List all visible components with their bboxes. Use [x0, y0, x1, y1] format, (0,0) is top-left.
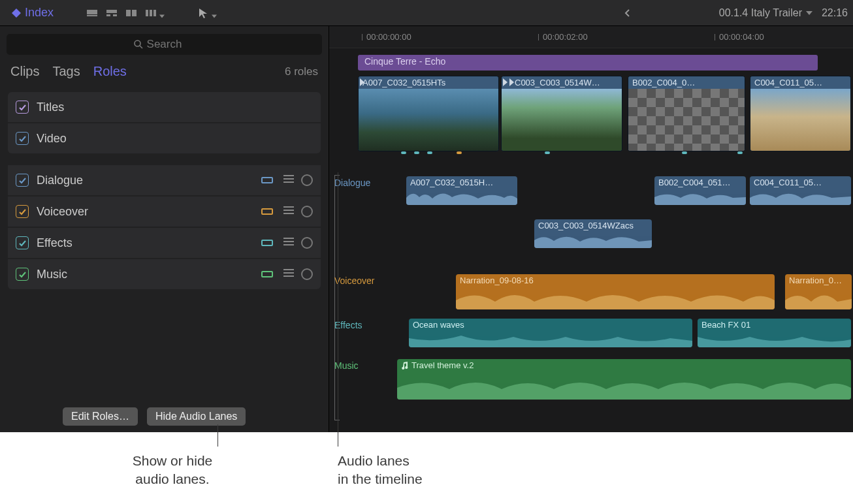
pointer-icon: [197, 7, 209, 19]
checkbox-icon[interactable]: [16, 174, 29, 187]
svg-rect-21: [283, 238, 294, 239]
svg-rect-9: [150, 10, 152, 16]
toolbar-tool-select[interactable]: [197, 7, 217, 19]
appearance-icon-3[interactable]: [125, 7, 137, 19]
lane-toggle-icon[interactable]: [258, 236, 276, 249]
toolbar-view-icons: [86, 7, 165, 19]
compound-clip-title[interactable]: Cinque Terre - Echo: [358, 55, 818, 71]
ruler-tick: 00:00:04:00: [715, 32, 764, 42]
tab-roles[interactable]: Roles: [93, 64, 127, 79]
appearance-icon-2[interactable]: [106, 7, 118, 19]
checkbox-icon[interactable]: [16, 268, 29, 281]
clip-label: Ocean waves: [413, 320, 464, 330]
svg-rect-3: [106, 10, 117, 13]
callouts: Show or hide audio lanes. Audio lanes in…: [0, 432, 853, 504]
svg-rect-10: [153, 10, 156, 16]
role-label: Voiceover: [37, 205, 88, 219]
focus-icon[interactable]: [301, 206, 313, 217]
role-titles[interactable]: Titles: [8, 92, 321, 122]
lane-label: Effects: [334, 320, 362, 330]
role-music[interactable]: Music: [8, 259, 321, 289]
subroles-icon[interactable]: [283, 267, 295, 282]
audio-clip[interactable]: C004_C011_05…: [750, 176, 851, 205]
hide-audio-lanes-button[interactable]: Hide Audio Lanes: [147, 407, 246, 426]
audio-clip[interactable]: C003_C003_0514WZacs: [534, 219, 652, 248]
svg-rect-5: [113, 14, 117, 16]
role-label: Video: [37, 132, 67, 146]
subroles-icon[interactable]: [283, 173, 295, 188]
chevron-down-icon: [212, 14, 217, 19]
clip-label: A007_C032_0515HTs: [362, 78, 445, 87]
lane-label: Dialogue: [334, 178, 370, 188]
diamond-icon: [12, 8, 21, 18]
svg-rect-25: [283, 272, 294, 274]
clip-label: C004_C011_05…: [754, 178, 822, 187]
audio-clip[interactable]: Ocean waves: [409, 319, 692, 347]
audio-clip[interactable]: A007_C032_0515H…: [406, 176, 517, 205]
clip-label: C004_C011_05…: [754, 78, 822, 87]
lane-toggle-icon[interactable]: [258, 174, 276, 187]
audio-clip[interactable]: Narration_0…: [785, 274, 852, 309]
index-tabs: Clips Tags Roles 6 roles: [0, 60, 329, 88]
checkbox-icon[interactable]: [16, 101, 29, 114]
svg-rect-7: [132, 10, 137, 16]
role-count: 6 roles: [285, 65, 318, 78]
role-dialogue[interactable]: Dialogue: [8, 165, 321, 195]
toolbar: Index 00.1.4 Italy Trailer 22:16: [0, 0, 853, 26]
lane-toggle-icon[interactable]: [258, 268, 276, 281]
search-input[interactable]: [7, 34, 322, 55]
svg-rect-8: [146, 10, 148, 16]
video-clip[interactable]: C003_C003_0514W…: [501, 76, 622, 151]
subroles-icon[interactable]: [283, 204, 295, 219]
index-button[interactable]: Index: [5, 3, 60, 22]
lane-voiceover: Voiceover Narration_09-08-16 Narration_0…: [329, 272, 853, 312]
callout-right: Audio lanes in the timeline: [338, 452, 423, 489]
subroles-icon[interactable]: [283, 236, 295, 251]
tab-clips[interactable]: Clips: [10, 64, 39, 79]
video-clip[interactable]: A007_C032_0515HTs: [358, 76, 499, 151]
chevron-down-icon: [806, 10, 813, 16]
role-video[interactable]: Video: [8, 123, 321, 153]
lane-label: Voiceover: [334, 276, 374, 286]
audio-clip[interactable]: Travel theme v.2: [397, 359, 851, 400]
svg-marker-11: [159, 14, 165, 18]
clip-label: Narration_09-08-16: [460, 276, 534, 285]
svg-rect-16: [283, 178, 294, 180]
role-effects[interactable]: Effects: [8, 228, 321, 258]
chevron-left-icon[interactable]: [624, 9, 632, 17]
clip-label: A007_C032_0515H…: [410, 178, 493, 187]
timeline[interactable]: 00:00:00:00 00:00:02:00 00:00:04:00 Cinq…: [329, 26, 853, 432]
project-title-dropdown[interactable]: 00.1.4 Italy Trailer: [719, 7, 813, 19]
focus-icon[interactable]: [301, 174, 313, 186]
role-voiceover[interactable]: Voiceover: [8, 197, 321, 227]
edit-roles-button[interactable]: Edit Roles…: [63, 407, 138, 426]
svg-rect-26: [283, 276, 294, 277]
callout-line: [338, 172, 338, 447]
svg-rect-23: [283, 244, 294, 245]
roles-list: Titles Video Dialogue: [0, 88, 329, 401]
music-note-icon: [401, 362, 409, 370]
svg-marker-12: [199, 8, 207, 18]
audio-clip[interactable]: Beach FX 01: [698, 319, 851, 347]
appearance-dropdown[interactable]: [145, 7, 165, 19]
lane-toggle-icon[interactable]: [258, 205, 276, 218]
audio-clip[interactable]: B002_C004_051…: [654, 176, 746, 205]
ruler-tick: 00:00:02:00: [538, 32, 588, 42]
tab-tags[interactable]: Tags: [52, 64, 80, 79]
role-label: Music: [37, 268, 67, 281]
checkbox-icon[interactable]: [16, 236, 29, 249]
video-clip[interactable]: C004_C011_05…: [750, 76, 851, 151]
audio-clip[interactable]: Narration_09-08-16: [456, 274, 775, 309]
svg-rect-19: [283, 210, 294, 211]
sidebar-footer: Edit Roles… Hide Audio Lanes: [0, 401, 329, 432]
checkbox-icon[interactable]: [16, 205, 29, 218]
checkbox-icon[interactable]: [16, 132, 29, 145]
clip-label: Beach FX 01: [701, 320, 750, 330]
focus-icon[interactable]: [301, 237, 313, 249]
role-label: Dialogue: [37, 174, 83, 187]
ruler-tick: 00:00:00:00: [362, 32, 411, 42]
appearance-icon-1[interactable]: [86, 7, 98, 19]
timeline-ruler[interactable]: 00:00:00:00 00:00:02:00 00:00:04:00: [329, 26, 853, 48]
focus-icon[interactable]: [301, 268, 313, 280]
video-clip[interactable]: B002_C004_0…: [628, 76, 745, 151]
